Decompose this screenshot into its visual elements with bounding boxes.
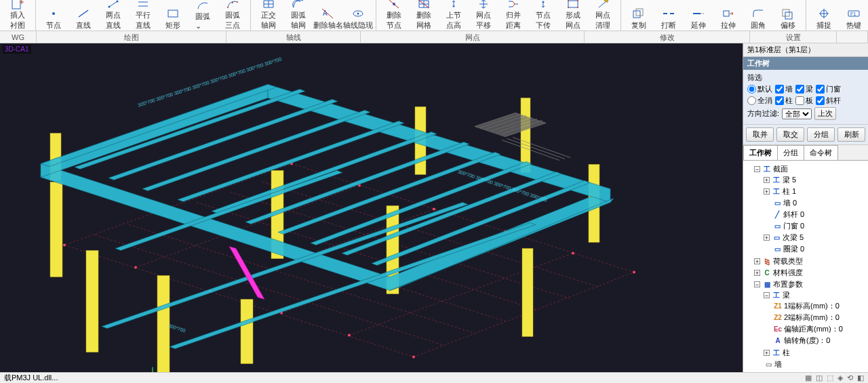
copy-button[interactable]: 复制	[625, 1, 652, 31]
dir-select[interactable]: 全部	[782, 108, 812, 119]
cb-wall[interactable]: 墙	[775, 84, 793, 94]
status-icon[interactable]: ◧	[857, 374, 864, 382]
del-node-button[interactable]: 删除节点	[380, 1, 408, 31]
toggle-icon[interactable]: +	[764, 177, 770, 183]
tree-section[interactable]: 截面	[773, 165, 788, 173]
del-grid-button[interactable]: 删除网格	[410, 1, 437, 31]
svg-point-26	[568, 7, 569, 8]
cb-beam[interactable]: 梁	[795, 84, 813, 94]
tree-item[interactable]: ▭圈梁 0	[764, 243, 867, 255]
del-node-icon	[386, 0, 402, 10]
parallel-line-button[interactable]: 平行直线	[130, 1, 157, 31]
toggle-icon[interactable]: +	[754, 258, 760, 264]
arc-3pt-label: 圆弧三点	[225, 10, 240, 31]
cb-brace[interactable]: 斜杆	[816, 96, 841, 106]
statusbar: 载PM3J UL.dll... ▦ ◫ ⬚ ◈ ⟲ ◧	[0, 372, 868, 383]
layout-icon: ▦	[762, 281, 772, 289]
status-icon[interactable]: ⬚	[827, 374, 833, 382]
status-icon[interactable]: ▦	[805, 374, 812, 382]
btn-2[interactable]: 分组	[807, 127, 835, 142]
svg-rect-23	[568, 1, 578, 7]
arc-button[interactable]: 圆弧⌄	[189, 1, 216, 31]
tree-load[interactable]: 荷载类型	[773, 257, 803, 265]
toggle-icon[interactable]: +	[764, 235, 770, 241]
fillet-button[interactable]: 圆角	[745, 1, 772, 31]
insert-template-button[interactable]: 插入衬图	[4, 1, 31, 31]
toggle-icon[interactable]: −	[754, 166, 760, 172]
toggle-icon[interactable]: +	[764, 350, 770, 356]
ortho-axis-button[interactable]: 正交轴网	[255, 1, 282, 31]
rect-button[interactable]: 矩形	[159, 1, 186, 31]
del-axis-name-button[interactable]: A删除轴名	[315, 1, 342, 31]
status-icon[interactable]: ◈	[837, 374, 843, 382]
tab-2[interactable]: 命令树	[804, 145, 838, 160]
toggle-icon[interactable]: −	[764, 292, 770, 298]
tree-layout[interactable]: 布置参数	[773, 280, 803, 288]
work-tree[interactable]: −工截面 +工梁 5+工柱 1▭墙 0╱斜杆 0▭门窗 0+▭次梁 5▭圈梁 0…	[743, 161, 868, 372]
cb-slab[interactable]: 板	[795, 96, 813, 106]
node-button[interactable]: 节点	[40, 1, 67, 31]
tree-param[interactable]: Z22端标高(mm)：0	[773, 312, 867, 323]
form-grid-button[interactable]: 形成网点	[559, 1, 587, 31]
stretch-button[interactable]: 拉伸	[715, 1, 742, 31]
status-icon[interactable]: ⟲	[847, 374, 853, 382]
tree-col[interactable]: 柱	[783, 348, 790, 357]
radio-allcancel[interactable]: 全消	[747, 96, 772, 106]
tree-item[interactable]: ▭墙 0	[764, 197, 867, 209]
tree-item[interactable]: ▭门窗 0	[764, 220, 867, 232]
line-button[interactable]: 直线	[70, 1, 97, 31]
tree-beam[interactable]: 梁	[783, 291, 790, 299]
ortho-axis-label: 正交轴网	[261, 10, 276, 31]
axis-show-button[interactable]: 轴线隐现	[344, 1, 372, 31]
break-button[interactable]: 打断	[655, 1, 682, 31]
rect-label: 矩形	[165, 20, 180, 31]
up-node-hi-button[interactable]: 上节点高	[440, 1, 467, 31]
extend-button[interactable]: 延伸	[685, 1, 712, 31]
grid-clean-button[interactable]: 网点清理	[589, 1, 616, 31]
svg-rect-36	[783, 9, 789, 16]
btn-3[interactable]: 刷新	[837, 127, 865, 142]
tree-param[interactable]: Z11端标高(mm)：0	[773, 300, 867, 312]
status-icon[interactable]: ◫	[816, 374, 823, 382]
snap-label: 捕捉	[816, 20, 831, 31]
btn-1[interactable]: 取交	[776, 127, 804, 142]
item-icon: ▭	[772, 245, 782, 254]
toggle-icon[interactable]: +	[764, 188, 770, 195]
tree-item[interactable]: ╱斜杆 0	[764, 209, 867, 220]
tree-wall[interactable]: 墙	[774, 360, 782, 368]
twopoint-line-button[interactable]: 两点直线	[100, 1, 127, 31]
snap-button[interactable]: 捕捉	[810, 1, 837, 31]
toggle-icon[interactable]: −	[754, 281, 760, 287]
btn-0[interactable]: 取并	[746, 127, 774, 142]
arc-axis-button[interactable]: 圆弧轴网	[285, 1, 312, 31]
tree-param[interactable]: Ec偏轴距离(mm)：0	[773, 323, 867, 335]
param-label: 1端标高(mm)：0	[784, 302, 840, 310]
form-grid-icon	[565, 0, 581, 10]
cb-windoor[interactable]: 门窗	[816, 84, 841, 94]
hotkey-button[interactable]: F1热键	[840, 1, 867, 31]
svg-rect-37	[785, 12, 792, 19]
item-icon: ▭	[772, 234, 781, 242]
tree-param[interactable]: A轴转角(度)：0	[773, 335, 867, 346]
grid-move-button[interactable]: 网点平移	[470, 1, 497, 31]
arc-axis-icon	[290, 0, 307, 10]
param-icon: Ec	[773, 325, 783, 334]
tree-item[interactable]: +工梁 5	[764, 174, 867, 186]
radio-default[interactable]: 默认	[747, 84, 772, 94]
arc-3pt-button[interactable]: 圆弧三点	[219, 1, 246, 31]
form-grid-label: 形成网点	[566, 10, 580, 31]
svg-point-55	[633, 271, 635, 274]
toggle-icon[interactable]: +	[754, 270, 760, 276]
merge-dist-button[interactable]: 归并距离	[500, 1, 527, 31]
cb-col[interactable]: 柱	[775, 96, 793, 106]
tree-material[interactable]: 材料强度	[773, 268, 803, 277]
node-down-button[interactable]: 节点下传	[530, 1, 557, 31]
tab-1[interactable]: 分组	[777, 145, 804, 160]
tab-0[interactable]: 工作树	[743, 145, 778, 160]
tree-item[interactable]: +工柱 1	[764, 186, 867, 197]
dir-label: 方向过滤:	[747, 108, 779, 119]
offset-button[interactable]: 偏移	[774, 1, 802, 31]
tree-item[interactable]: +▭次梁 5	[764, 232, 867, 243]
viewport-3d[interactable]: 3D-CA1	[0, 43, 743, 372]
btn-prev[interactable]: 上次	[814, 107, 836, 120]
